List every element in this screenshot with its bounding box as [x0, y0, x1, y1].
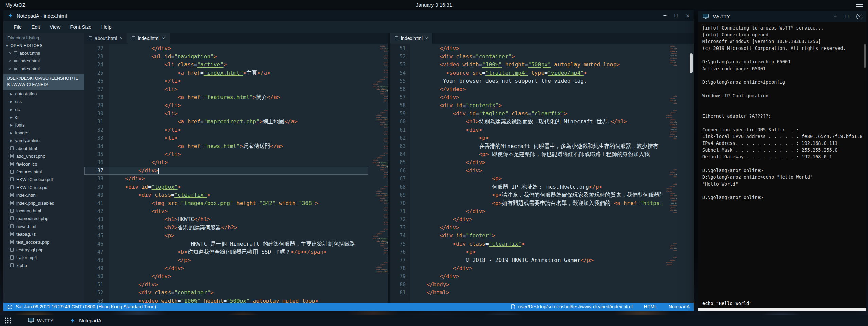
line-number[interactable]: 51 [84, 281, 109, 289]
line-number[interactable]: 66 [390, 167, 410, 175]
code-line[interactable]: 72 </div> [390, 215, 661, 224]
minimap-left[interactable]: </div> <ul id="navigation"> <li class="a… [368, 44, 388, 303]
code-line[interactable]: 52 <div class="container"> [390, 53, 661, 61]
line-number[interactable]: 53 [390, 61, 410, 69]
statusbar-filepath[interactable]: user/Desktop/screenshot/test/www cleaned… [518, 304, 632, 309]
code-line[interactable]: 43 <h1>HKWTC</h1> [84, 215, 368, 224]
code-line[interactable]: 24 <li class="active"> [84, 61, 368, 69]
code-line[interactable]: 23 <ul id="navigation"> [84, 53, 368, 61]
line-number[interactable]: 62 [390, 134, 410, 142]
line-number[interactable]: 29 [84, 101, 109, 110]
line-number[interactable]: 50 [84, 272, 109, 281]
sidebar-file[interactable]: index.html [3, 191, 84, 199]
menu-edit[interactable]: Edit [26, 22, 45, 32]
line-number[interactable]: 39 [84, 183, 109, 191]
sidebar-file[interactable]: mapredirect.php [3, 215, 84, 223]
code-line[interactable]: 37 </div> [84, 167, 368, 175]
minimize-icon[interactable] [663, 13, 666, 19]
line-number[interactable]: 47 [84, 248, 109, 256]
code-line[interactable]: 56 </video> [390, 85, 661, 93]
code-line[interactable]: 58 <div id="contents"> [390, 101, 661, 110]
line-number[interactable]: 58 [390, 101, 410, 110]
menu-help[interactable]: Help [96, 22, 117, 32]
line-number[interactable]: 37 [84, 167, 109, 175]
code-line[interactable]: 66 <div> [390, 167, 661, 175]
wstty-titlebar[interactable]: WsTTY [698, 11, 866, 22]
code-line[interactable]: 53 <video width="100%" height="500px" au… [390, 61, 661, 69]
code-line[interactable]: 61 <div> [390, 126, 661, 134]
code-line[interactable]: 46 HKWTC 是一個 Minecraft 的建築伺服器，主要建築計劃包括鐵路 [84, 240, 368, 248]
maximize-icon[interactable] [675, 13, 678, 19]
code-line[interactable]: 29 </li> [84, 101, 368, 110]
code-line[interactable]: 57 </div> [390, 93, 661, 101]
line-number[interactable]: 76 [390, 248, 410, 256]
sidebar-file[interactable]: HKWTC rule.pdf [3, 184, 84, 191]
code-line[interactable]: 40 <div class="clearfix"> [84, 191, 368, 199]
sidebar-file[interactable]: favicon.ico [3, 160, 84, 168]
code-line[interactable]: 60 <h1>特別為建築及鐵路而設，現代化的 Minecraft 世界.</h1… [390, 118, 661, 126]
line-number[interactable]: 42 [84, 207, 109, 215]
code-line[interactable]: 54 <source src="trailer.mp4" type="video… [390, 69, 661, 77]
line-number[interactable]: 49 [84, 264, 109, 272]
hamburger-menu-icon[interactable] [856, 3, 863, 7]
code-line[interactable]: 33 <li> [84, 134, 368, 142]
code-line[interactable]: 35 </li> [84, 150, 368, 158]
terminal-output[interactable]: [info] Connecting to arozos WsTTY servic… [698, 22, 866, 204]
line-number[interactable]: 24 [84, 61, 109, 69]
tab-index.html[interactable]: index.html [390, 33, 433, 44]
code-line[interactable]: 80 </body> [390, 281, 661, 289]
line-number[interactable]: 41 [84, 199, 109, 207]
statusbar-mode[interactable]: HTML [644, 304, 657, 309]
tab-about.html[interactable]: about.html [84, 33, 127, 44]
code-editor-left[interactable]: 22 </div>23 <ul id="navigation">24 <li c… [84, 44, 368, 303]
sidebar-file[interactable]: trailer.mp4 [3, 254, 84, 262]
tab-close-icon[interactable] [162, 36, 165, 41]
line-number[interactable]: 74 [390, 232, 410, 240]
line-number[interactable]: 54 [390, 69, 410, 77]
taskbar-item-wstty[interactable]: WsTTY [28, 318, 53, 323]
minimap-right[interactable]: </div> <div class="container"> <video wi… [661, 44, 677, 303]
sidebar-file[interactable]: news.html [3, 223, 84, 230]
code-line[interactable]: 81 </html> [390, 289, 661, 297]
code-line[interactable]: 74 <div id="footer"> [390, 232, 661, 240]
close-icon[interactable] [856, 14, 862, 19]
code-line[interactable]: 51 </div> [390, 44, 661, 53]
code-line[interactable]: 45 <p> [84, 232, 368, 240]
code-line[interactable]: 47 <b>你知道我們全線伺服器已轉用 SSD 了嗎？</b></span> [84, 248, 368, 256]
line-number[interactable]: 35 [84, 150, 109, 158]
open-editor-item[interactable]: about.html [3, 49, 84, 57]
line-number[interactable]: 44 [84, 224, 109, 232]
tab-index.html[interactable]: index.html [127, 33, 170, 44]
line-number[interactable]: 81 [390, 289, 410, 297]
code-line[interactable]: 67 <p> [390, 175, 661, 183]
code-line[interactable]: 32 </li> [84, 126, 368, 134]
maximize-icon[interactable] [845, 13, 848, 19]
line-number[interactable]: 32 [84, 126, 109, 134]
code-line[interactable]: 26 </li> [84, 77, 368, 85]
sidebar-folder[interactable]: css [3, 98, 84, 106]
close-icon[interactable] [9, 58, 12, 63]
line-number[interactable]: 52 [84, 289, 109, 297]
menu-font-size[interactable]: Font Size [65, 22, 96, 32]
line-number[interactable]: 22 [84, 44, 109, 53]
code-editor-right[interactable]: 51 </div>52 <div class="container">53 <v… [390, 44, 661, 303]
code-line[interactable]: 39 <div id="topbox"> [84, 183, 368, 191]
sidebar-file[interactable]: teabag.7z [3, 230, 84, 238]
sidebar-file[interactable]: add_vhost.php [3, 152, 84, 160]
code-line[interactable]: 70 <p>如有問題或需要申請白名單，歡迎加入我們的 <a href="http… [390, 199, 661, 207]
line-number[interactable]: 64 [390, 150, 410, 158]
code-line[interactable]: 53 <video width="100%" height="500px" au… [84, 297, 368, 303]
code-line[interactable]: 34 <a href="news.html">玩家傳送門</a> [84, 142, 368, 150]
code-line[interactable]: 42 <div> [84, 207, 368, 215]
close-icon[interactable] [9, 51, 12, 56]
code-line[interactable]: 28 <a href="features.html">簡介</a> [84, 93, 368, 101]
tab-close-icon[interactable] [425, 36, 428, 41]
line-number[interactable]: 36 [84, 158, 109, 167]
code-line[interactable]: 41 <img src="images/box.png" height="342… [84, 199, 368, 207]
code-line[interactable]: 76 <p> [390, 248, 661, 256]
code-line[interactable]: 62 <p> [390, 134, 661, 142]
app-launcher-button[interactable] [4, 317, 12, 324]
code-line[interactable]: 77 © 2018 - 2019 HKWTC Animation Gamer</… [390, 256, 661, 264]
code-line[interactable]: 75 <div class="clearfix"> [390, 240, 661, 248]
tab-close-icon[interactable] [120, 36, 122, 41]
